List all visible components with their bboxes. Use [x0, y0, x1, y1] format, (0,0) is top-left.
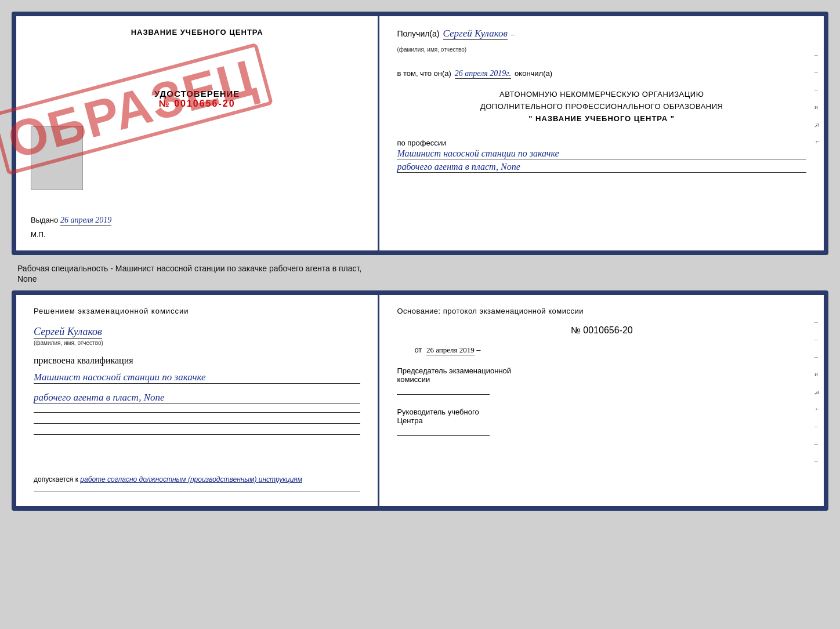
- udostoverenie-label: УДОСТОВЕРЕНИЕ: [31, 89, 363, 99]
- predsedatel-signature-line: [397, 394, 490, 395]
- poluchil-block: Получил(а) Сергей Кулаков – (фамилия, им…: [397, 28, 806, 54]
- prisvoena-text: присвоена квалификация: [34, 355, 360, 366]
- kvalif-line2: рабочего агента в пласт, None: [34, 392, 360, 404]
- kvalif-line1: Машинист насосной станции по закачке: [34, 372, 360, 384]
- bottom-right-marks: – – – и ,а ← – – –: [814, 318, 821, 464]
- udostoverenie-number: № 0010656-20: [31, 99, 363, 109]
- dash-ot: –: [476, 346, 480, 354]
- predsedatel-line2: комиссии: [397, 375, 806, 384]
- ot-date-block: от 26 апреля 2019 –: [397, 346, 806, 355]
- predsedatel-block: Председатель экзаменационной комиссии: [397, 366, 806, 395]
- blank-line-bottom: [34, 492, 360, 492]
- top-left-title: НАЗВАНИЕ УЧЕБНОГО ЦЕНТРА: [31, 28, 363, 37]
- vtom-date: 26 апреля 2019г.: [455, 69, 511, 79]
- udostoverenie-block: УДОСТОВЕРЕНИЕ № 0010656-20: [31, 89, 363, 109]
- predsedatel-line1: Председатель экзаменационной: [397, 366, 806, 375]
- vtom-prefix: в том, что он(а): [397, 69, 451, 78]
- resheniem-text: Решением экзаменационной комиссии: [34, 307, 360, 315]
- caption-text: Рабочая специальность - Машинист насосно…: [12, 261, 828, 274]
- ot-date: 26 апреля 2019: [426, 346, 475, 355]
- po-professii: по профессии: [397, 139, 806, 147]
- dopuskaetsya-block: допускается к работе согласно должностны…: [34, 475, 360, 483]
- org-line2: ДОПОЛНИТЕЛЬНОГО ПРОФЕССИОНАЛЬНОГО ОБРАЗО…: [397, 101, 806, 113]
- photo-placeholder: [31, 126, 83, 190]
- bottom-left-panel: Решением экзаменационной комиссии Сергей…: [16, 295, 379, 506]
- rukovoditel-signature-line: [397, 435, 490, 436]
- blank-line-2: [34, 423, 360, 424]
- poluchil-name: Сергей Кулаков: [443, 28, 508, 40]
- top-left-panel: НАЗВАНИЕ УЧЕБНОГО ЦЕНТРА ОБРАЗЕЦ УДОСТОВ…: [16, 16, 379, 250]
- bottom-familiya-hint: (фамилия, имя, отчество): [34, 340, 360, 346]
- osnovaniye-text: Основание: протокол экзаменационной коми…: [397, 307, 806, 315]
- org-line3: " НАЗВАНИЕ УЧЕБНОГО ЦЕНТРА ": [397, 113, 806, 125]
- org-block: АВТОНОМНУЮ НЕКОММЕРЧЕСКУЮ ОРГАНИЗАЦИЮ ДО…: [397, 89, 806, 125]
- bottom-name-block: Сергей Кулаков (фамилия, имя, отчество): [34, 326, 360, 346]
- top-document: НАЗВАНИЕ УЧЕБНОГО ЦЕНТРА ОБРАЗЕЦ УДОСТОВ…: [12, 12, 828, 255]
- poluchil-prefix: Получил(а): [397, 29, 439, 38]
- caption-block: Рабочая специальность - Машинист насосно…: [12, 261, 828, 285]
- dash-after-name: –: [511, 31, 515, 38]
- blank-line-3: [34, 434, 360, 435]
- org-line1: АВТОНОМНУЮ НЕКОММЕРЧЕСКУЮ ОРГАНИЗАЦИЮ: [397, 89, 806, 101]
- profession-line2: рабочего агента в пласт, None: [397, 162, 806, 173]
- okonchil-label: окончил(а): [515, 69, 552, 78]
- rukovoditel-line2: Центра: [397, 416, 806, 425]
- dopuskaetsya-italic: работе согласно должностным (производств…: [80, 475, 302, 483]
- bottom-document: Решением экзаменационной комиссии Сергей…: [12, 290, 828, 511]
- vydano-block: Выдано 26 апреля 2019: [31, 216, 363, 228]
- vtom-block: в том, что он(а) 26 апреля 2019г. окончи…: [397, 67, 806, 79]
- left-inner-flex: [31, 121, 363, 196]
- profession-line1: Машинист насосной станции по закачке: [397, 148, 806, 159]
- vydano-date: 26 апреля 2019: [60, 216, 111, 226]
- right-side-marks: – – – и ,а ←: [814, 51, 821, 145]
- protocol-number: № 0010656-20: [397, 325, 806, 336]
- rukovoditel-block: Руководитель учебного Центра: [397, 408, 806, 436]
- vydano-label: Выдано: [31, 216, 58, 224]
- familiya-hint-top: (фамилия, имя, отчество): [397, 46, 466, 53]
- rukovoditel-line1: Руководитель учебного: [397, 408, 806, 416]
- top-right-panel: Получил(а) Сергей Кулаков – (фамилия, им…: [379, 16, 824, 250]
- profession-block: по профессии Машинист насосной станции п…: [397, 135, 806, 173]
- bottom-name-handwritten: Сергей Кулаков: [34, 326, 102, 339]
- page-wrapper: НАЗВАНИЕ УЧЕБНОГО ЦЕНТРА ОБРАЗЕЦ УДОСТОВ…: [0, 0, 840, 629]
- dopuskaetsya-prefix: допускается к: [34, 475, 78, 483]
- ot-label: от: [414, 346, 422, 354]
- mp-label: М.П.: [31, 231, 363, 239]
- caption-text2: None: [12, 274, 828, 285]
- bottom-right-panel: Основание: протокол экзаменационной коми…: [379, 295, 824, 506]
- blank-line-1: [34, 412, 360, 413]
